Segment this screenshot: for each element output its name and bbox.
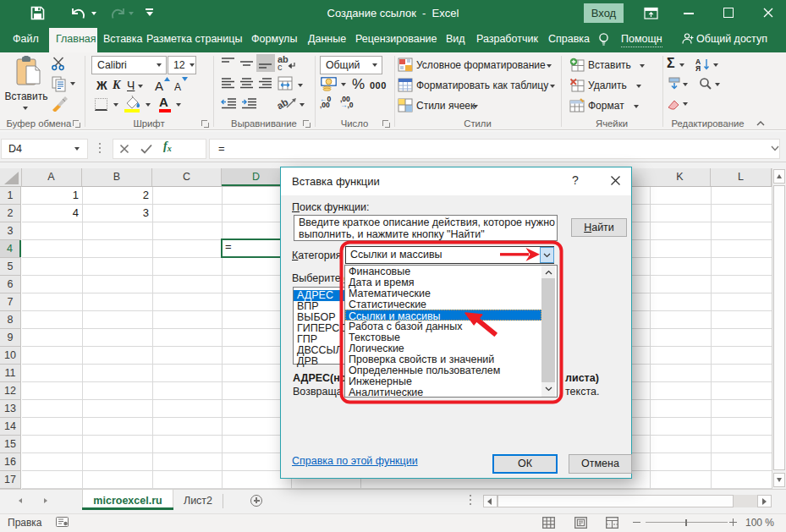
svg-text:Я: Я bbox=[695, 64, 701, 71]
